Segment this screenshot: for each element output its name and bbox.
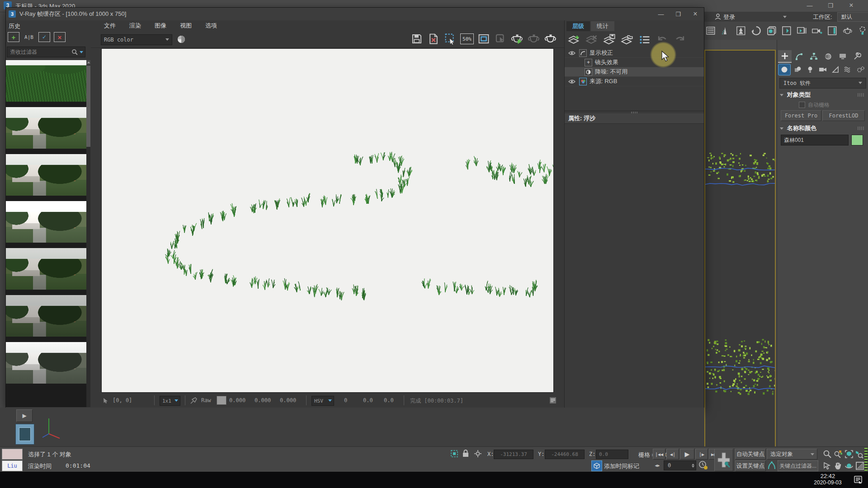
stamp-icon[interactable] (549, 397, 557, 404)
history-ab-compare-icon[interactable]: A|B (23, 33, 35, 42)
workspace-dropdown[interactable]: 默认 (837, 12, 868, 22)
vfb-maximize-button[interactable]: ❒ (670, 9, 687, 19)
selection-region-icon[interactable] (450, 450, 458, 458)
vfb-close-button[interactable]: × (687, 9, 704, 19)
forest-lod-button[interactable]: ForestLOD (822, 110, 865, 121)
signin-button[interactable]: 登录 (723, 13, 735, 21)
time-config-icon[interactable] (698, 460, 709, 470)
mini-play-button[interactable]: ▶ (16, 409, 33, 422)
layer-list-icon[interactable] (638, 34, 651, 46)
environment-icon[interactable] (781, 25, 792, 37)
tab-display[interactable] (836, 51, 849, 62)
layer-row-lens-effects[interactable]: + 镜头效果 (565, 58, 704, 67)
autogrid-checkbox[interactable]: 自动栅格 (799, 101, 830, 108)
history-scrollbar[interactable] (86, 60, 90, 407)
tab-layers[interactable]: 层级 (566, 21, 590, 31)
forest-brush-icon[interactable] (721, 25, 731, 37)
current-frame-spinner[interactable]: 0 (664, 460, 696, 470)
history-thumbnail[interactable] (6, 201, 87, 243)
object-name-field[interactable]: 森林001 (781, 135, 849, 145)
render-canvas[interactable] (102, 49, 553, 392)
save-image-icon[interactable] (410, 33, 424, 45)
rollout-name-color[interactable]: 名称和颜色 (780, 124, 866, 133)
search-icon[interactable] (71, 49, 78, 55)
set-key-button[interactable]: 设置关键点 (735, 460, 766, 471)
isolate-toggle[interactable] (591, 460, 602, 471)
y-coord-field[interactable]: -24460.68 (545, 450, 585, 459)
category-dropdown[interactable]: Itoo 软件 (779, 78, 866, 89)
close-button[interactable]: × (843, 0, 860, 11)
save-layers-icon[interactable] (603, 34, 616, 46)
pan-hand-icon[interactable] (834, 461, 843, 470)
add-layer-icon[interactable] (567, 34, 581, 46)
subtab-cameras[interactable] (817, 64, 829, 75)
tab-utilities[interactable] (850, 51, 864, 62)
history-thumbnail[interactable] (6, 295, 87, 337)
display-panel-icon[interactable] (827, 25, 838, 37)
menu-render[interactable]: 渲染 (123, 20, 148, 31)
clear-image-icon[interactable] (427, 33, 440, 45)
subtab-systems[interactable] (855, 64, 867, 75)
menu-file[interactable]: 文件 (97, 20, 123, 31)
tab-stats[interactable]: 统计 (591, 21, 614, 31)
redo-icon[interactable] (673, 34, 687, 46)
history-filter-input[interactable]: 查收过滤器 (7, 47, 85, 57)
show-border-icon[interactable] (477, 33, 491, 45)
history-thumbnail[interactable] (6, 107, 87, 149)
delete-layer-icon[interactable] (585, 34, 599, 46)
key-mode-icon[interactable] (767, 461, 777, 470)
scroll-up-icon[interactable] (86, 60, 90, 65)
region-render-icon[interactable] (443, 33, 457, 45)
eye-icon[interactable] (568, 79, 576, 84)
macro-recorder-field[interactable] (2, 449, 23, 460)
render-teapot-icon[interactable] (842, 25, 853, 37)
history-filter-caret-icon[interactable] (80, 51, 83, 53)
history-thumbnail[interactable] (6, 154, 87, 196)
prev-frame-button[interactable]: ◀| (666, 449, 679, 460)
maximize-button[interactable]: ❒ (822, 0, 839, 11)
z-coord-field[interactable]: 0.0 (596, 450, 628, 459)
rendered-frame-icon[interactable] (766, 25, 777, 37)
tab-motion[interactable] (821, 51, 835, 62)
layer-row-denoiser[interactable]: 降噪: 不可用 (565, 67, 704, 77)
history-thumbnail[interactable] (6, 342, 87, 384)
vfb-minimize-button[interactable]: — (652, 9, 670, 19)
add-time-tag[interactable]: 添加时间标记 (604, 462, 639, 470)
render-setup-icon[interactable] (751, 25, 762, 37)
history-thumbnail[interactable] (6, 60, 87, 102)
auto-key-button[interactable]: 自动关键点 (735, 449, 766, 460)
scrollbar-thumb[interactable] (86, 66, 90, 147)
rollout-object-type[interactable]: 对象类型 (780, 90, 866, 99)
play-button[interactable]: ▶ (680, 449, 694, 460)
subtab-shapes[interactable] (792, 64, 803, 75)
zoom-icon[interactable] (823, 450, 832, 459)
history-save-icon[interactable]: + (8, 32, 19, 42)
forest-pro-button[interactable]: Forest Pro (781, 110, 821, 121)
maximize-viewport-icon[interactable] (855, 461, 864, 470)
zoom-region-icon[interactable] (854, 450, 863, 459)
menu-options[interactable]: 选项 (198, 20, 224, 31)
set-keys-button[interactable] (714, 449, 733, 471)
subtab-lights[interactable] (804, 64, 816, 75)
render-interactive-icon[interactable] (527, 33, 541, 45)
x-coord-field[interactable]: -31213.37 (494, 450, 533, 459)
vfb-titlebar[interactable]: 3 V-Ray 帧缓存区 - [100.0% of 1000 x 750] — … (6, 8, 704, 21)
tab-modify[interactable] (793, 51, 806, 62)
checkbox-icon[interactable] (799, 102, 805, 108)
layer-row-display-correction[interactable]: 显示校正 (565, 48, 704, 58)
spinner-strip[interactable] (864, 448, 868, 471)
layer-explorer-icon[interactable] (705, 25, 716, 37)
mini-listener-field[interactable]: Liu (2, 460, 23, 471)
srgb-toggle-icon[interactable] (177, 35, 186, 44)
zoom-extents-icon[interactable] (844, 450, 854, 459)
menu-image[interactable]: 图像 (148, 20, 173, 31)
subtab-spacewarps[interactable] (842, 64, 854, 75)
eyedropper-icon[interactable] (190, 397, 197, 404)
video-preview-icon[interactable] (797, 25, 807, 37)
subtab-geometry[interactable] (778, 64, 791, 75)
load-layers-icon[interactable] (620, 34, 634, 46)
next-frame-button[interactable]: |▶ (695, 449, 708, 460)
selection-lock-icon[interactable] (462, 449, 469, 458)
go-to-start-button[interactable]: |◀◀ (653, 449, 665, 460)
notification-center-icon[interactable] (854, 475, 863, 484)
